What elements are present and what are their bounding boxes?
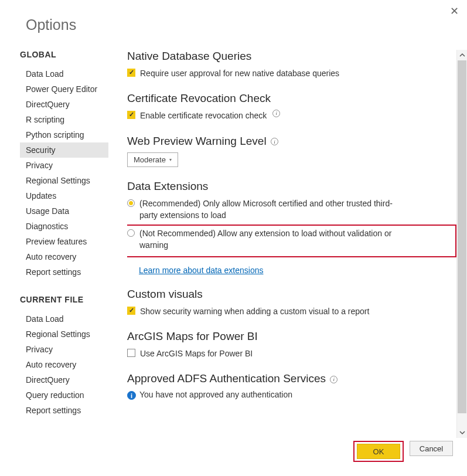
section-native-db-queries: Native Database Queries ✓ Require user a… (127, 50, 456, 79)
sidebar-item-privacy[interactable]: Privacy (20, 158, 108, 173)
sidebar-item-preview-features[interactable]: Preview features (20, 234, 108, 249)
sidebar-item-cf-auto-recovery[interactable]: Auto recovery (20, 357, 108, 372)
close-button[interactable]: ✕ (450, 6, 459, 16)
section-title-cert-revocation: Certificate Revocation Check (127, 92, 456, 105)
label-cert-revocation: Enable certificate revocation check (140, 110, 267, 121)
ok-button[interactable]: OK (357, 444, 400, 459)
radio-data-ext-not-recommended[interactable] (127, 229, 135, 237)
chevron-down-icon: ▾ (169, 157, 172, 162)
sidebar-item-python-scripting[interactable]: Python scripting (20, 127, 108, 142)
checkbox-cert-revocation[interactable]: ✓ (127, 111, 135, 119)
sidebar-item-regional-settings[interactable]: Regional Settings (20, 173, 108, 188)
scrollbar-thumb[interactable] (458, 60, 466, 413)
dropdown-value: Moderate (134, 155, 166, 164)
cancel-button[interactable]: Cancel (410, 441, 453, 456)
sidebar-item-power-query-editor[interactable]: Power Query Editor (20, 81, 108, 97)
section-title-native-db: Native Database Queries (127, 50, 456, 63)
sidebar-section-current-file: CURRENT FILE Data Load Regional Settings… (20, 295, 108, 418)
label-arcgis: Use ArcGIS Maps for Power BI (140, 348, 253, 359)
info-icon[interactable]: i (272, 110, 280, 117)
sidebar-item-directquery[interactable]: DirectQuery (20, 97, 108, 112)
dialog-content: GLOBAL Data Load Power Query Editor Dire… (0, 50, 467, 438)
highlight-ok: OK (353, 441, 404, 462)
dialog-title: Options (0, 0, 467, 33)
scrollbar[interactable] (456, 50, 467, 438)
section-title-adfs: Approved ADFS Authentication Services i (127, 372, 456, 385)
scroll-up-icon[interactable] (457, 50, 467, 60)
section-web-preview: Web Preview Warning Level i Moderate ▾ (127, 135, 456, 167)
checkbox-arcgis[interactable] (127, 349, 135, 357)
sidebar-header-current-file: CURRENT FILE (20, 295, 108, 304)
label-custom-visuals: Show security warning when adding a cust… (140, 305, 369, 317)
section-title-custom-visuals: Custom visuals (127, 288, 456, 301)
label-native-db: Require user approval for new native dat… (140, 67, 339, 79)
checkbox-custom-visuals[interactable]: ✓ (127, 307, 135, 315)
sidebar-item-diagnostics[interactable]: Diagnostics (20, 219, 108, 234)
sidebar-item-auto-recovery[interactable]: Auto recovery (20, 249, 108, 264)
info-icon[interactable]: i (330, 376, 338, 383)
link-learn-more-data-extensions[interactable]: Learn more about data extensions (139, 266, 263, 275)
label-data-ext-recommended: (Recommended) Only allow Microsoft certi… (139, 198, 409, 222)
sidebar-item-data-load[interactable]: Data Load (20, 66, 108, 81)
section-custom-visuals: Custom visuals ✓ Show security warning w… (127, 288, 456, 317)
close-icon: ✕ (450, 5, 459, 17)
radio-data-ext-recommended[interactable] (127, 199, 135, 207)
sidebar-header-global: GLOBAL (20, 50, 108, 59)
sidebar-item-cf-query-reduction[interactable]: Query reduction (20, 387, 108, 403)
sidebar-item-cf-data-load[interactable]: Data Load (20, 311, 108, 327)
section-adfs: Approved ADFS Authentication Services i … (127, 372, 456, 400)
info-icon[interactable]: i (271, 138, 278, 145)
sidebar-item-cf-report-settings[interactable]: Report settings (20, 403, 108, 418)
section-title-web-preview: Web Preview Warning Level i (127, 135, 456, 148)
sidebar-item-cf-regional-settings[interactable]: Regional Settings (20, 327, 108, 342)
dropdown-web-preview[interactable]: Moderate ▾ (127, 152, 178, 167)
sidebar-item-r-scripting[interactable]: R scripting (20, 112, 108, 127)
adfs-info-text: You have not approved any authentication (139, 390, 292, 399)
checkbox-native-db[interactable]: ✓ (127, 69, 135, 77)
sidebar-item-cf-privacy[interactable]: Privacy (20, 342, 108, 357)
highlight-not-recommended: (Not Recommended) Allow any extension to… (127, 225, 456, 257)
section-title-arcgis: ArcGIS Maps for Power BI (127, 330, 456, 343)
options-dialog: ✕ Options GLOBAL Data Load Power Query E… (0, 0, 467, 476)
sidebar-item-report-settings[interactable]: Report settings (20, 264, 108, 280)
info-icon: i (127, 391, 136, 400)
section-arcgis: ArcGIS Maps for Power BI Use ArcGIS Maps… (127, 330, 456, 359)
sidebar-section-global: GLOBAL Data Load Power Query Editor Dire… (20, 50, 108, 280)
section-title-data-extensions: Data Extensions (127, 180, 456, 193)
sidebar: GLOBAL Data Load Power Query Editor Dire… (0, 50, 108, 438)
dialog-footer: OK Cancel (353, 441, 453, 462)
label-data-ext-not-recommended: (Not Recommended) Allow any extension to… (139, 227, 415, 251)
sidebar-item-usage-data[interactable]: Usage Data (20, 203, 108, 219)
sidebar-item-security[interactable]: Security (20, 142, 108, 158)
sidebar-item-updates[interactable]: Updates (20, 188, 108, 203)
scroll-down-icon[interactable] (457, 427, 467, 438)
main-panel: Native Database Queries ✓ Require user a… (108, 50, 467, 438)
section-data-extensions: Data Extensions (Recommended) Only allow… (127, 180, 456, 275)
section-cert-revocation: Certificate Revocation Check ✓ Enable ce… (127, 92, 456, 121)
sidebar-item-cf-directquery[interactable]: DirectQuery (20, 372, 108, 387)
scroll-area: Native Database Queries ✓ Require user a… (127, 50, 456, 438)
